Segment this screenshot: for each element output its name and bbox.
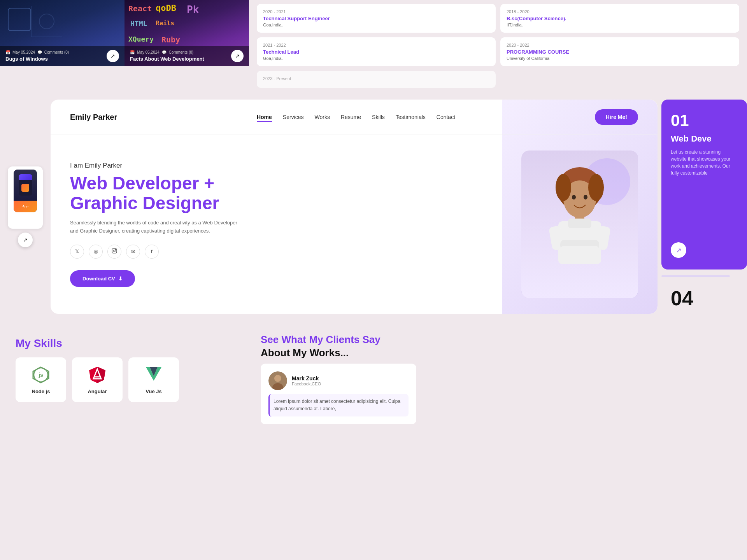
left-panel: App ↗ [0,100,47,314]
nav-link-home[interactable]: Home [257,114,272,122]
hero-intro: I am Emily Parker [70,162,506,170]
dribbble-icon: ◎ [94,248,98,254]
testimonial-info: Mark Zuck Facebook,CEO [292,375,321,386]
svg-text:js: js [38,372,43,378]
resume-card-3-location: Goa,India. [263,56,489,61]
nodejs-icon: js [31,365,51,385]
testimonial-card: Mark Zuck Facebook,CEO Lorem ipsum dolor… [261,364,416,424]
hero-content: I am Emily Parker Web Developer + Graphi… [51,135,658,314]
hire-button[interactable]: Hire Me! [595,109,638,125]
nav-item-resume[interactable]: Resume [341,114,361,121]
skills-grid: js Node js [16,357,233,402]
blog-card-1-arrow[interactable]: ↗ [107,50,119,62]
resume-card-4-title: PROGRAMMING COURSE [507,49,733,55]
blog-card-2: React qoDB HTML Rails XQuery Ruby Pk 📅 M… [124,0,249,66]
testimonial-role: Facebook,CEO [292,382,321,386]
svg-point-28 [274,375,281,382]
download-cv-label: Download CV [82,276,115,282]
skills-title: My Skills [16,337,233,350]
testimonial-text: Lorem ipsum dolor sit amet consectetur a… [268,394,409,416]
svg-point-6 [556,174,571,201]
nav-item-home[interactable]: Home [257,114,272,121]
service-card-01: 01 Web Deve... Let us create a stunning … [661,100,747,270]
service-description: Let us create a stunning website that sh… [671,149,738,234]
skill-name-angular: Angular [78,388,116,394]
dribbble-icon-btn[interactable]: ◎ [89,245,103,259]
svg-point-9 [584,195,587,200]
testimonials-title-line1: See What My Clients Say [261,334,381,345]
facebook-icon-btn[interactable]: f [145,245,159,259]
resume-card-4: 2020 - 2022 PROGRAMMING COURSE Universit… [500,37,739,66]
service-title: Web Deve... [671,134,738,144]
nav-list: Home Services Works Resume Skills Testim… [257,114,455,121]
nav-link-skills[interactable]: Skills [372,114,385,120]
service-arrow-button[interactable]: ↗ [671,242,686,258]
resume-card-1-title: Technical Support Engineer [263,16,489,21]
service-number-04: 04 [671,287,738,310]
testimonials-title-line2: About My Works... [261,347,349,359]
svg-rect-0 [112,249,117,254]
twitter-icon-btn[interactable]: 𝕏 [70,245,84,259]
skill-card-angular: Angular [72,357,123,402]
resume-card-5-year: 2023 - Present [263,76,489,81]
skills-section: My Skills js Node js [0,329,249,428]
phone-arrow-button[interactable]: ↗ [18,233,33,247]
email-icon: ✉ [131,248,135,254]
resume-card-1-year: 2020 - 2021 [263,9,489,14]
nav-link-resume[interactable]: Resume [341,114,361,120]
nav-item-services[interactable]: Services [283,114,304,121]
skill-name-vue: Vue Js [135,388,173,394]
twitter-icon: 𝕏 [75,248,79,254]
blog-card-2-title: Facts About Web Development [130,56,204,62]
download-cv-button[interactable]: Download CV ⬇ [70,270,135,287]
svg-point-8 [572,195,576,200]
hero-title-line1: Web Developer + [70,173,214,193]
svg-point-2 [116,250,116,250]
nav-link-testimonials[interactable]: Testimonials [396,114,426,120]
bottom-section: My Skills js Node js [0,322,747,428]
facebook-icon: f [151,248,153,254]
blog-card-2-arrow[interactable]: ↗ [231,50,244,62]
resume-card-1: 2020 - 2021 Technical Support Engineer G… [257,4,496,33]
email-icon-btn[interactable]: ✉ [126,245,140,259]
blog-card-1: 📅 May 05,2024 💬 Comments (0) Bugs of Win… [0,0,124,66]
blog-card-1-overlay: 📅 May 05,2024 💬 Comments (0) Bugs of Win… [0,46,124,66]
resume-card-5: 2023 - Present [257,71,496,88]
hero-text: I am Emily Parker Web Developer + Graphi… [70,162,506,287]
resume-section: 2020 - 2021 Technical Support Engineer G… [249,0,747,92]
testimonial-name: Mark Zuck [292,375,321,382]
blog-card-2-overlay: 📅 May 05,2024 💬 Comments (0) Facts About… [124,46,249,66]
hero-title: Web Developer + Graphic Designer [70,173,506,213]
blog-card-2-meta: 📅 May 05,2024 💬 Comments (0) [130,50,204,54]
right-divider [661,275,730,277]
svg-point-7 [588,174,604,201]
nav-item-works[interactable]: Works [315,114,330,121]
person-illustration [529,158,630,298]
resume-card-2: 2018 - 2020 B.sc(Computer Science). IIT,… [500,4,739,33]
service-number: 01 [671,111,738,130]
instagram-icon-btn[interactable] [107,245,121,259]
svg-rect-12 [568,219,591,228]
brand-name: Emily Parker [70,113,117,122]
resume-card-2-location: IIT,India. [507,23,733,27]
svg-point-1 [114,250,116,252]
resume-card-2-title: B.sc(Computer Science). [507,16,733,21]
resume-card-3-title: Technical Lead [263,49,489,55]
nav-link-services[interactable]: Services [283,114,304,120]
nav-link-works[interactable]: Works [315,114,330,120]
right-panel: 01 Web Deve... Let us create a stunning … [661,100,747,314]
hero-section: Emily Parker Home Services Works Resume … [51,100,658,314]
blog-card-1-meta: 📅 May 05,2024 💬 Comments (0) [5,50,69,54]
nav-item-testimonials[interactable]: Testimonials [396,114,426,121]
hero-description: Seamlessly blending the worlds of code a… [70,219,241,235]
testimonials-section: See What My Clients Say About My Works..… [249,329,747,428]
resume-card-3: 2021 - 2022 Technical Lead Goa,India. [257,37,496,66]
nav-item-contact[interactable]: Contact [437,114,455,121]
skill-card-vue: Vue Js [128,357,179,402]
nav-link-contact[interactable]: Contact [437,114,455,120]
resume-card-4-year: 2020 - 2022 [507,43,733,47]
angular-icon [88,365,107,385]
navbar: Emily Parker Home Services Works Resume … [51,100,658,135]
testimonials-title: See What My Clients Say About My Works..… [261,333,735,360]
nav-item-skills[interactable]: Skills [372,114,385,121]
